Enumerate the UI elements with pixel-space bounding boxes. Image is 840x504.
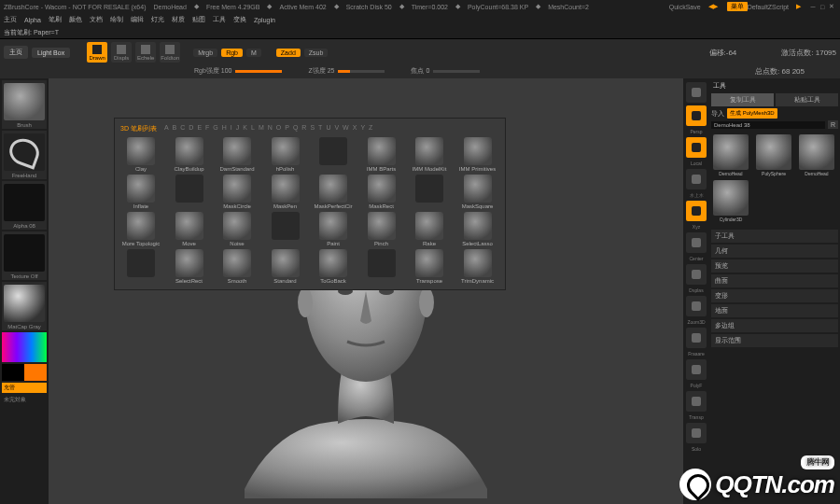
brush-togoback[interactable]: ToGoBack: [313, 249, 354, 284]
window-min-icon[interactable]: ─: [808, 4, 818, 10]
brush-paint[interactable]: Paint: [313, 212, 354, 246]
brush-clay[interactable]: Clay: [120, 137, 161, 172]
brush-pinch[interactable]: Pinch: [361, 212, 402, 246]
window-close-icon[interactable]: ✕: [827, 3, 836, 10]
section-多边组[interactable]: 多边组: [711, 319, 838, 332]
menu-zplugin[interactable]: Zplugin: [254, 17, 275, 23]
brush-slot[interactable]: Brush: [2, 80, 47, 129]
brush-trimdynamic[interactable]: TrimDynamic: [457, 249, 498, 284]
swatch-secondary[interactable]: [2, 364, 24, 381]
section-预览[interactable]: 预览: [711, 259, 838, 273]
viewport[interactable]: 3D 笔刷列表 ABCDEFGHIJKLMNOPQRSTUVWXYZ ClayC…: [49, 78, 683, 504]
rotate-button[interactable]: Foldton: [160, 42, 180, 63]
r-button[interactable]: R: [828, 120, 838, 129]
menu-light[interactable]: 灯光: [151, 15, 164, 24]
menu-material[interactable]: 材质: [172, 15, 185, 24]
rgb-intensity-slider[interactable]: Rgb强度 100: [194, 66, 282, 76]
fill-button[interactable]: 充管: [2, 383, 47, 393]
brush-transpose[interactable]: Transpose: [409, 249, 450, 284]
brush-inflate[interactable]: Inflate: [120, 175, 161, 209]
sym-lr-button[interactable]: [686, 169, 707, 189]
menu-draw[interactable]: 绘制: [110, 15, 123, 24]
menu-document[interactable]: 文档: [90, 15, 103, 24]
section-显示范围[interactable]: 显示范围: [711, 334, 838, 347]
zoom3d-button[interactable]: [686, 296, 707, 316]
brush-selectlasso[interactable]: SelectLasso: [457, 212, 498, 246]
menu-texture[interactable]: 贴图: [192, 15, 205, 24]
tab-paste-tool[interactable]: 粘贴工具: [776, 93, 838, 106]
section-子工具[interactable]: 子工具: [711, 230, 838, 243]
color-picker[interactable]: [2, 332, 47, 362]
local-button[interactable]: [686, 137, 707, 158]
window-max-icon[interactable]: □: [818, 4, 827, 10]
section-变形[interactable]: 变形: [711, 289, 838, 302]
mode-zadd[interactable]: Zadd: [276, 49, 301, 57]
default-script[interactable]: DefaultZScript: [748, 4, 789, 10]
solo-button[interactable]: [686, 423, 707, 443]
tool-demohead[interactable]: DemoHead: [711, 134, 750, 176]
swatch-primary[interactable]: [24, 364, 47, 381]
menu-brush[interactable]: 笔刷: [49, 15, 62, 24]
texture-slot[interactable]: Texture Off: [2, 231, 47, 280]
menu-alpha[interactable]: Alpha: [24, 17, 41, 23]
mode-rgb[interactable]: Rgb: [221, 49, 243, 57]
dsplas-button[interactable]: [686, 264, 707, 285]
brush-claybuildup[interactable]: ClayBuildup: [169, 137, 210, 172]
alpha-slot[interactable]: Alpha 08: [2, 181, 47, 230]
frame-button[interactable]: [686, 328, 707, 348]
stroke-slot[interactable]: FreeHand: [2, 131, 47, 179]
menu-transform[interactable]: 变换: [233, 15, 246, 24]
brush-masksquare[interactable]: MaskSquare: [457, 175, 498, 209]
material-slot[interactable]: MatCap Gray: [2, 282, 47, 330]
mode-mrgb[interactable]: Mrgb: [193, 49, 217, 57]
menu-button[interactable]: 菜单: [727, 2, 748, 11]
quicksave[interactable]: QuickSave: [669, 4, 701, 10]
draw-button[interactable]: Drawn: [87, 42, 107, 63]
brush-standard[interactable]: Standard: [265, 249, 306, 284]
persp-button[interactable]: [686, 105, 707, 126]
brush-imm bparts[interactable]: IMM BParts: [361, 137, 402, 172]
brush-maskperfectcir[interactable]: MaskPerfectCir: [313, 175, 354, 209]
transp-button[interactable]: [686, 391, 707, 412]
tool-polysphere[interactable]: PolySphere: [754, 134, 793, 176]
z-intensity-slider[interactable]: Z强度 25: [308, 66, 385, 76]
section-几何[interactable]: 几何: [711, 245, 838, 258]
brush-move[interactable]: Move: [169, 212, 210, 246]
color-swatches[interactable]: [2, 364, 47, 381]
brush-maskcircle[interactable]: MaskCircle: [217, 175, 258, 209]
xyz-button[interactable]: [686, 201, 707, 221]
tab-main[interactable]: 主页: [4, 46, 28, 59]
brush-imm primitives[interactable]: IMM Primitives: [457, 137, 498, 172]
center-button[interactable]: [686, 232, 707, 253]
menu-color[interactable]: 颜色: [69, 15, 82, 24]
brush-rake[interactable]: Rake: [409, 212, 450, 246]
display-button[interactable]: Displs: [111, 42, 132, 63]
generate-polymesh-button[interactable]: 生成 PolyMesh3D: [727, 108, 777, 119]
brush-more topologic[interactable]: More Topologic: [120, 212, 161, 246]
brush-hpolish[interactable]: hPolish: [265, 137, 306, 172]
section-曲面[interactable]: 曲面: [711, 274, 838, 287]
mode-zsub[interactable]: Zsub: [304, 49, 329, 57]
brush-alpha-index[interactable]: ABCDEFGHIJKLMNOPQRSTUVWXYZ: [162, 124, 374, 133]
mode-m[interactable]: M: [246, 49, 261, 57]
brush-noise[interactable]: Noise: [217, 212, 258, 246]
menu-home[interactable]: 主页: [4, 15, 17, 24]
brush-maskpen[interactable]: MaskPen: [265, 175, 306, 209]
brush-imm modelkit[interactable]: IMM ModelKit: [409, 137, 450, 172]
brush-selectrect[interactable]: SelectRect: [169, 249, 210, 284]
brush-damstandard[interactable]: DamStandard: [217, 137, 258, 172]
tab-copy-tool[interactable]: 复制工具: [711, 93, 774, 106]
scale-button[interactable]: Echele: [135, 42, 156, 63]
focal-slider[interactable]: 焦点 0: [411, 66, 480, 76]
menu-edit[interactable]: 编辑: [131, 15, 144, 24]
sphere-preview-button[interactable]: [686, 82, 707, 103]
menu-tool[interactable]: 工具: [213, 15, 226, 24]
tool-cylinder3d[interactable]: Cylinder3D: [711, 180, 750, 222]
polyf-button[interactable]: [686, 359, 707, 380]
brush-maskrect[interactable]: MaskRect: [361, 175, 402, 209]
import-label[interactable]: 导入: [711, 109, 724, 119]
brush-smooth[interactable]: Smooth: [217, 249, 258, 284]
tool-demohead[interactable]: DemoHead: [797, 134, 836, 176]
tab-lightbox[interactable]: Light Box: [32, 48, 70, 58]
section-地面[interactable]: 地面: [711, 304, 838, 317]
